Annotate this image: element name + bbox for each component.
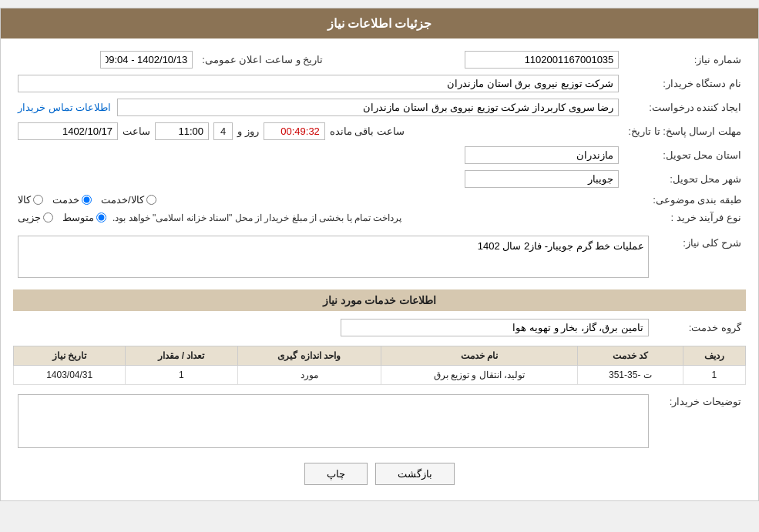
announcement-datetime-cell [13,48,197,72]
page-title: جزئیات اطلاعات نیاز [1,8,758,38]
services-data-table: ردیف کد خدمت نام خدمت واحد اندازه گیری ت… [13,346,746,385]
col-unit: واحد اندازه گیری [237,346,381,366]
footer-buttons: بازگشت چاپ [13,463,746,485]
need-number-row: شماره نیاز: تاریخ و ساعت اعلان عمومی: [13,48,746,72]
col-service-code: کد خدمت [577,346,683,366]
content-area: شماره نیاز: تاریخ و ساعت اعلان عمومی: نا… [1,38,758,500]
process-note-text: پرداخت تمام یا بخشی از مبلغ خریدار از مح… [113,212,401,223]
need-description-textarea[interactable] [18,236,649,278]
print-button[interactable]: چاپ [304,463,368,485]
process-jozvi-item: جزیی [18,212,53,223]
buyer-notes-table: توضیحات خریدار: [13,391,746,453]
table-cell-2: تولید، انتقال و توزیع برق [381,366,577,385]
service-group-label: گروه خدمت: [653,316,746,340]
table-cell-5: 1403/04/31 [14,366,126,385]
col-quantity: تعداد / مقدار [126,346,237,366]
need-description-row: شرح کلی نیاز: [13,233,746,283]
category-row: طبقه بندی موضوعی: کالا خدمت کالا/خدمت [13,191,746,209]
header-title-text: جزئیات اطلاعات نیاز [327,17,432,30]
process-jozvi-radio[interactable] [43,212,53,223]
category-kala-label: کالا [18,194,31,206]
buyer-org-row: نام دستگاه خریدار: [13,72,746,95]
need-description-label: شرح کلی نیاز: [653,233,746,283]
process-type-row: نوع فرآیند خرید : جزیی متوسط [13,209,746,226]
response-deadline-label: مهلت ارسال پاسخ: تا تاریخ: [623,119,746,143]
process-mottavaset-radio[interactable] [96,212,106,223]
delivery-province-input[interactable] [465,146,619,164]
delivery-city-label: شهر محل تحویل: [623,167,746,191]
delivery-city-input[interactable] [465,170,619,188]
process-radio-group: جزیی متوسط [18,212,106,223]
response-deadline-cell: ساعت 4 روز و ساعت باقی مانده [13,119,623,143]
process-type-cell: جزیی متوسط پرداخت تمام یا بخشی از مبلغ خ… [13,209,623,226]
services-table-body: 1ت -35-351تولید، انتقال و توزیع برقمورد1… [14,366,746,385]
buyer-org-label: نام دستگاه خریدار: [623,72,746,95]
announcement-datetime-label: تاریخ و ساعت اعلان عمومی: [197,48,327,72]
services-section-header: اطلاعات خدمات مورد نیاز [13,289,746,311]
need-number-input[interactable] [465,51,619,69]
table-cell-0: 1 [683,366,745,385]
back-button[interactable]: بازگشت [375,463,455,485]
buyer-notes-cell [13,391,653,453]
need-number-label: شماره نیاز: [623,48,746,72]
table-cell-3: مورد [237,366,381,385]
creator-cell: اطلاعات تماس خریدار [13,95,623,119]
announcement-datetime-input[interactable] [100,51,193,69]
need-number-cell [327,48,623,72]
service-group-cell [13,316,653,340]
table-cell-4: 1 [126,366,237,385]
buyer-org-cell [13,72,623,95]
contact-link[interactable]: اطلاعات تماس خریدار [18,102,111,113]
response-days-value: 4 [213,122,233,140]
category-khadamat-radio[interactable] [82,195,92,205]
category-kala-item: کالا [18,194,43,206]
delivery-city-cell [13,167,623,191]
delivery-province-row: استان محل تحویل: [13,143,746,167]
buyer-notes-label: توضیحات خریدار: [653,391,746,453]
response-time-label: ساعت [123,125,150,137]
buyer-org-input[interactable] [18,75,619,92]
services-table-head: ردیف کد خدمت نام خدمت واحد اندازه گیری ت… [14,346,746,366]
category-khadamat-label: خدمت [52,194,79,206]
service-group-row: گروه خدمت: [13,316,746,340]
col-need-date: تاریخ نیاز [14,346,126,366]
response-date-input[interactable] [18,122,118,140]
response-deadline-row: مهلت ارسال پاسخ: تا تاریخ: ساعت 4 روز و … [13,119,746,143]
remaining-input[interactable] [264,122,325,140]
process-mottavaset-item: متوسط [62,212,106,223]
remaining-label: ساعت باقی مانده [330,125,405,137]
services-table-header-row: ردیف کد خدمت نام خدمت واحد اندازه گیری ت… [14,346,746,366]
delivery-city-row: شهر محل تحویل: [13,167,746,191]
form-table: شماره نیاز: تاریخ و ساعت اعلان عمومی: نا… [13,48,746,226]
col-service-name: نام خدمت [381,346,577,366]
category-kala-khadamat-label: کالا/خدمت [101,194,144,206]
category-kala-khadamat-radio[interactable] [146,195,156,205]
process-jozvi-label: جزیی [18,212,41,223]
col-row-num: ردیف [683,346,745,366]
process-type-label: نوع فرآیند خرید : [623,209,746,226]
creator-input[interactable] [117,99,619,116]
need-description-cell [13,233,653,283]
response-days-label: روز و [237,125,259,137]
response-time-input[interactable] [155,122,209,140]
table-cell-1: ت -35-351 [577,366,683,385]
creator-label: ایجاد کننده درخواست: [623,95,746,119]
need-description-table: شرح کلی نیاز: [13,233,746,283]
creator-row: ایجاد کننده درخواست: اطلاعات تماس خریدار [13,95,746,119]
delivery-province-cell [13,143,623,167]
table-row: 1ت -35-351تولید، انتقال و توزیع برقمورد1… [14,366,746,385]
delivery-province-label: استان محل تحویل: [623,143,746,167]
category-label: طبقه بندی موضوعی: [623,191,746,209]
buyer-notes-row: توضیحات خریدار: [13,391,746,453]
category-kala-radio[interactable] [33,195,43,205]
process-mottavaset-label: متوسط [62,212,94,223]
main-container: جزئیات اطلاعات نیاز شماره نیاز: تاریخ و … [0,8,759,501]
category-radio-group: کالا خدمت کالا/خدمت [18,194,619,206]
category-cell: کالا خدمت کالا/خدمت [13,191,623,209]
service-group-input[interactable] [341,319,649,336]
category-khadamat-item: خدمت [52,194,92,206]
buyer-notes-textarea[interactable] [18,394,649,448]
service-group-table: گروه خدمت: [13,316,746,340]
category-kala-khadamat-item: کالا/خدمت [101,194,156,206]
